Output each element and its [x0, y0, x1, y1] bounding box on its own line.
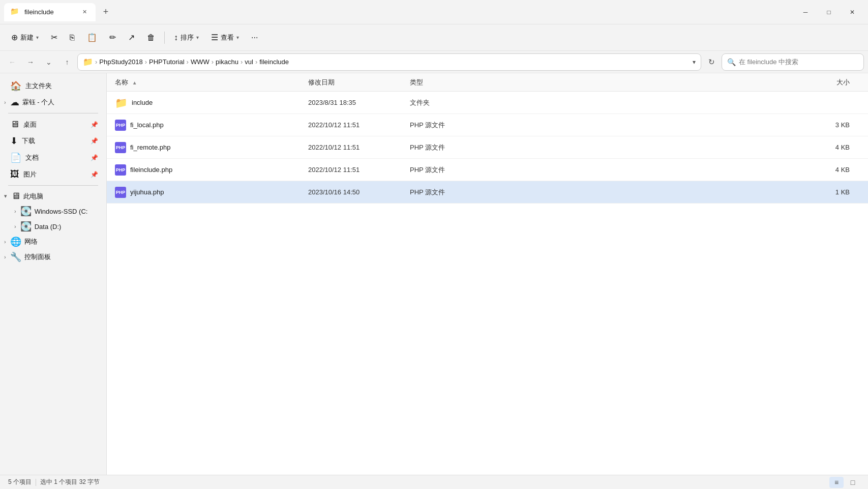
more-button[interactable]: ···: [246, 30, 263, 45]
file-date-include: 2023/8/31 18:35: [308, 99, 410, 106]
selected-info: 选中 1 个项目 32 字节: [40, 478, 100, 486]
file-type-firemote: PHP 源文件: [410, 143, 501, 152]
breadcrumb-www[interactable]: WWW: [191, 58, 209, 66]
table-row[interactable]: PHP fi_local.php 2022/10/12 11:51 PHP 源文…: [107, 114, 868, 136]
tab-close-button[interactable]: ✕: [79, 7, 89, 17]
pc-icon: 🖥: [11, 191, 20, 202]
breadcrumb-sep-2: ›: [187, 58, 189, 66]
new-tab-button[interactable]: +: [98, 4, 114, 20]
table-row[interactable]: PHP fileinclude.php 2022/10/12 11:51 PHP…: [107, 159, 868, 181]
list-view-button[interactable]: ≡: [829, 477, 844, 488]
network-expand-icon: ›: [4, 239, 6, 245]
file-date-filocal: 2022/10/12 11:51: [308, 121, 410, 129]
status-separator: [36, 479, 36, 486]
paste-button[interactable]: 📋: [82, 30, 102, 45]
php-icon: PHP: [115, 120, 126, 131]
php-icon: PHP: [115, 187, 126, 198]
breadcrumb-phpstudy[interactable]: PhpStudy2018: [99, 58, 142, 66]
sidebar-item-network[interactable]: › 🌐 网络: [0, 234, 106, 249]
documents-icon: 📄: [10, 152, 21, 163]
sidebar-item-windows-ssd[interactable]: › 💽 Windows-SSD (C:: [0, 204, 106, 219]
up-button[interactable]: ↑: [59, 54, 75, 70]
sort-button[interactable]: ↕ 排序 ▾: [169, 30, 204, 45]
file-type-filocal: PHP 源文件: [410, 121, 501, 130]
breadcrumb-phptutorial[interactable]: PHPTutorial: [149, 58, 185, 66]
refresh-button[interactable]: ↻: [703, 54, 720, 70]
window-controls: ─ □ ✕: [794, 3, 864, 21]
file-type-yijuhua: PHP 源文件: [410, 188, 501, 197]
file-size-filocal: 3 KB: [501, 121, 860, 129]
winssd-expand-icon: ›: [14, 208, 16, 214]
table-row[interactable]: 📁 include 2023/8/31 18:35 文件夹: [107, 92, 868, 114]
up-chevron-button[interactable]: ⌄: [41, 54, 57, 70]
breadcrumb-sep-0: ›: [95, 58, 97, 66]
cloud-icon: ☁: [10, 97, 19, 108]
new-button[interactable]: ⊕ 新建 ▾: [6, 30, 44, 45]
file-size-fileinclude: 4 KB: [501, 166, 860, 174]
file-date-yijuhua: 2023/10/16 14:50: [308, 188, 410, 196]
file-list-header: 名称 ▲ 修改日期 类型 大小: [107, 73, 868, 92]
cut-icon: ✂: [51, 33, 57, 42]
status-bar: 5 个项目 选中 1 个项目 32 字节 ≡ □: [0, 475, 868, 489]
table-row[interactable]: PHP yijuhua.php 2023/10/16 14:50 PHP 源文件…: [107, 181, 868, 204]
cut-button[interactable]: ✂: [46, 30, 63, 45]
rename-icon: ✏: [109, 33, 116, 42]
col-header-date[interactable]: 修改日期: [308, 78, 410, 87]
forward-button[interactable]: →: [22, 54, 39, 70]
sidebar-item-downloads[interactable]: ⬇ 下载 📌: [2, 133, 104, 149]
sidebar-separator-2: [8, 185, 98, 186]
folder-icon: 📁: [115, 97, 128, 109]
close-button[interactable]: ✕: [841, 3, 864, 21]
breadcrumb-pikachu[interactable]: pikachu: [216, 58, 238, 66]
pin-desktop-icon: 📌: [91, 121, 98, 128]
sidebar-thispc-label: 此电脑: [23, 192, 43, 201]
maximize-button[interactable]: □: [817, 3, 841, 21]
sidebar-item-home[interactable]: 🏠 主文件夹: [2, 78, 104, 94]
sidebar-item-thispc[interactable]: ▾ 🖥 此电脑: [0, 189, 106, 204]
breadcrumb-vul[interactable]: vul: [245, 58, 253, 66]
sidebar-datad-label: Data (D:): [35, 223, 62, 231]
rename-button[interactable]: ✏: [104, 30, 121, 45]
sidebar-item-user[interactable]: › ☁ 霖钰 - 个人: [0, 95, 106, 110]
file-name-yijuhua: PHP yijuhua.php: [115, 187, 308, 198]
toolbar-separator-1: [164, 32, 165, 44]
sidebar: 🏠 主文件夹 › ☁ 霖钰 - 个人 🖥 桌面 📌 ⬇ 下载 📌 📄 文档 📌 …: [0, 73, 107, 475]
address-bar-chevron-icon: ▾: [693, 59, 696, 66]
sidebar-item-controlpanel[interactable]: › 🔧 控制面板: [0, 249, 106, 265]
sort-arrow-icon: ▲: [132, 80, 137, 85]
col-header-name[interactable]: 名称 ▲: [115, 78, 308, 87]
back-button[interactable]: ←: [4, 54, 20, 70]
file-name-filocal: PHP fi_local.php: [115, 120, 308, 131]
grid-view-button[interactable]: □: [846, 477, 860, 488]
delete-button[interactable]: 🗑: [142, 30, 160, 45]
table-row[interactable]: PHP fi_remote.php 2022/10/12 11:51 PHP 源…: [107, 136, 868, 159]
view-controls: ≡ □: [829, 477, 860, 488]
sidebar-item-data-d[interactable]: › 💽 Data (D:): [0, 219, 106, 234]
item-count: 5 个项目: [8, 478, 32, 486]
breadcrumb-folder-icon: 📁: [83, 57, 93, 67]
more-icon: ···: [251, 33, 258, 42]
php-icon: PHP: [115, 164, 126, 176]
user-expand-icon: ›: [4, 99, 6, 105]
copy-button[interactable]: ⎘: [65, 30, 80, 45]
address-bar-row: ← → ⌄ ↑ 📁 › PhpStudy2018 › PHPTutorial ›…: [0, 51, 868, 73]
search-bar[interactable]: 🔍: [722, 53, 864, 71]
search-input[interactable]: [739, 58, 858, 66]
view-chevron-icon: ▾: [236, 35, 239, 40]
sidebar-winssd-label: Windows-SSD (C:: [35, 208, 88, 215]
col-header-type[interactable]: 类型: [410, 78, 501, 87]
breadcrumb-fileinclude[interactable]: fileinclude: [259, 58, 289, 66]
address-bar[interactable]: 📁 › PhpStudy2018 › PHPTutorial › WWW › p…: [77, 53, 701, 71]
sidebar-item-documents[interactable]: 📄 文档 📌: [2, 150, 104, 166]
share-button[interactable]: ↗: [123, 30, 140, 45]
sidebar-item-desktop[interactable]: 🖥 桌面 📌: [2, 117, 104, 132]
view-button[interactable]: ☰ 查看 ▾: [206, 30, 244, 45]
minimize-button[interactable]: ─: [794, 3, 817, 21]
new-chevron-icon: ▾: [36, 35, 39, 40]
breadcrumb-sep-3: ›: [212, 58, 214, 66]
col-header-size[interactable]: 大小: [501, 78, 860, 87]
file-type-include: 文件夹: [410, 98, 501, 107]
sidebar-item-pictures[interactable]: 🖼 图片 📌: [2, 166, 104, 182]
title-tab[interactable]: 📁 fileinclude ✕: [4, 3, 96, 21]
sidebar-cp-label: 控制面板: [24, 252, 51, 262]
